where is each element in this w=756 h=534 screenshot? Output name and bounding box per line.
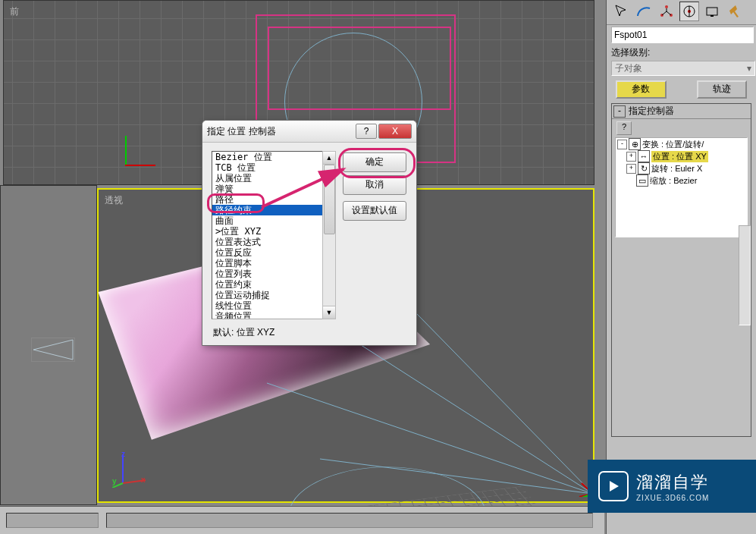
motion-panel-icon[interactable] [679,2,699,21]
scroll-thumb[interactable] [324,165,335,234]
object-name-field[interactable] [611,27,754,43]
watermark-text-en: ZIXUE.3D66.COM [636,494,709,502]
chevron-down-icon: ▾ [747,63,751,74]
arc-tool-icon[interactable] [634,2,654,21]
tab-parameters[interactable]: 参数 [616,80,667,99]
dialog-title-text: 指定 位置 控制器 [207,125,276,138]
rollout-title: 指定控制器 [629,105,674,118]
default-controller-label: 默认: 位置 XYZ [213,326,274,339]
sub-object-value: 子对象 [615,62,642,75]
select-tool-icon[interactable] [611,2,631,21]
tree-scale[interactable]: 缩放 : Bezier [650,175,697,187]
set-default-button[interactable]: 设置默认值 [343,201,406,221]
svg-rect-16 [711,15,714,17]
help-icon: ? [364,126,369,137]
selection-level-label: 选择级别: [611,46,751,59]
timeline-bar[interactable] [0,506,604,534]
transform-glyph-icon: ⊕ [629,138,641,150]
tree-position[interactable]: 位置 : 位置 XY [651,151,708,162]
display-panel-icon[interactable] [702,2,722,21]
svg-marker-0 [33,340,73,360]
collapse-icon[interactable]: - [613,105,626,118]
scale-glyph-icon: ▭ [636,174,648,187]
utilities-panel-icon[interactable] [725,2,745,21]
controller-option[interactable]: 路径约束 [212,205,323,215]
tree-rotation[interactable]: 旋转 : Euler X [651,163,702,174]
position-glyph-icon: ↔ [638,150,650,162]
scroll-down-icon[interactable]: ▼ [323,306,335,319]
watermark-text-cn: 溜溜自学 [636,471,709,494]
svg-marker-17 [610,481,619,492]
rotation-glyph-icon: ↻ [638,162,650,174]
controller-option[interactable]: 弹簧 [212,184,323,194]
camera-icon [31,338,75,362]
tab-trajectories[interactable]: 轨迹 [697,80,748,99]
dialog-close-button[interactable]: X [378,124,412,139]
dialog-titlebar[interactable]: 指定 位置 控制器 ? X [202,121,416,143]
dialog-help-button[interactable]: ? [356,124,377,139]
tree-transform[interactable]: 变换 : 位置/旋转/ [642,139,704,150]
controller-option[interactable]: 曲面 [212,215,323,226]
viewport-label-persp: 透视 [105,194,123,207]
controller-listbox[interactable]: Bezier 位置TCB 位置从属位置弹簧路径路径约束曲面>位置 XYZ位置表达… [212,151,324,319]
rollout-header[interactable]: - 指定控制器 [612,104,751,119]
controller-option[interactable]: >位置 XYZ [212,226,323,237]
controller-tree[interactable]: -⊕变换 : 位置/旋转/ +↔位置 : 位置 XY +↻旋转 : Euler … [615,137,748,237]
ok-button[interactable]: 确定 [343,152,406,172]
viewport-left-gutter[interactable] [0,185,97,505]
svg-rect-15 [707,8,717,15]
controller-option[interactable]: 位置反应 [212,247,323,258]
scroll-up-icon[interactable]: ▲ [323,152,335,165]
controller-option[interactable]: TCB 位置 [212,162,323,173]
svg-point-9 [665,5,668,8]
controller-option[interactable]: 位置约束 [212,279,323,290]
axis-gizmo-front [118,136,155,174]
hierarchy-icon[interactable] [657,2,676,21]
assign-controller-help-button[interactable]: ? [616,121,632,135]
controller-option[interactable]: 路径 [212,194,323,205]
assign-controller-dialog: 指定 位置 控制器 ? X Bezier 位置TCB 位置从属位置弹簧路径路径约… [202,120,417,346]
listbox-scrollbar[interactable]: ▲ ▼ [322,151,336,319]
controller-option[interactable]: 位置脚本 [212,258,323,269]
sub-object-dropdown[interactable]: 子对象 ▾ [611,61,755,76]
assign-controller-rollout: - 指定控制器 ? -⊕变换 : 位置/旋转/ +↔位置 : 位置 XY +↻旋… [611,103,751,437]
close-icon: X [392,126,398,137]
controller-option[interactable]: Bezier 位置 [212,152,323,162]
tree-scrollbar[interactable] [739,225,751,325]
viewport-label-front: 前 [10,5,19,18]
axis-gizmo-persp: x y z [112,450,150,488]
controller-option[interactable]: 从属位置 [212,173,323,184]
cancel-button[interactable]: 取消 [343,175,406,195]
controller-option[interactable]: 位置运动捕捉 [212,290,323,300]
watermark-play-icon [598,471,629,501]
controller-option[interactable]: 位置表达式 [212,237,323,247]
command-panel: 选择级别: 子对象 ▾ 参数 轨迹 - 指定控制器 ? -⊕变换 : 位置/旋转… [606,0,756,534]
watermark: 溜溜自学 ZIXUE.3D66.COM [588,460,756,513]
controller-option[interactable]: 线性位置 [212,300,323,311]
controller-option[interactable]: 音频位置 [212,311,323,319]
controller-option[interactable]: 位置列表 [212,269,323,279]
